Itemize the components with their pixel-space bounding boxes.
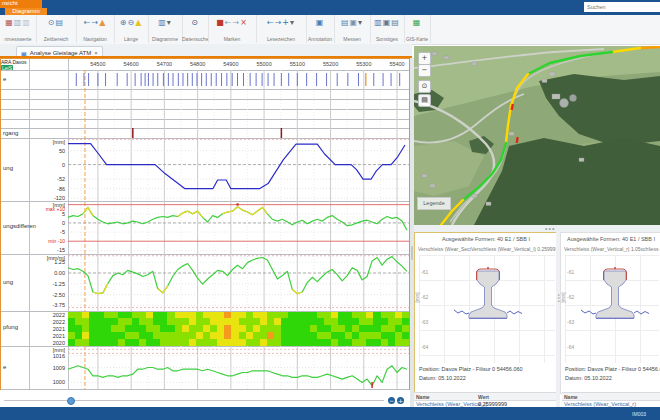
toolbar-icon[interactable]: ← [267,18,275,27]
toolbar-icon[interactable]: + [282,18,290,27]
toolbar-icon[interactable]: ▥ [374,18,383,27]
toolbar-icon[interactable]: ■ [216,18,225,27]
toolbar-icon[interactable]: ▣ [349,18,358,27]
toolbar-icon[interactable]: ▥ [14,18,23,27]
row-label: e [3,364,6,371]
toolbar-icon[interactable]: ▾ [358,18,363,27]
toolbar-group-label: GIS-Karte [404,36,430,42]
toolbar-group-navigation: ←→▲Navigation [76,15,115,43]
splitter-handle[interactable] [411,246,413,260]
search-input[interactable] [584,2,660,12]
layers-button[interactable]: ▤ [418,94,431,107]
gis-map[interactable]: Legende +−⊙▤ [414,46,660,225]
rail-profile-panel-right[interactable]: Ausgewählte Formen: 40 E1 / SBB I Versch… [560,232,660,394]
page: { "topbar": { "app_tab": "nsicht", "ribb… [0,0,660,420]
legend-button[interactable]: Legende [417,197,451,210]
profile-splitter[interactable]: ••• [556,232,560,407]
zoom-out-button[interactable]: − [388,397,395,404]
value-table-left: NameWertVerschleiss (Wear_Vertical_l)0.2… [414,392,556,407]
cant-difference-chart[interactable] [68,201,409,254]
row-label: ung [3,279,13,286]
profile-y-tick: -64 [567,344,574,350]
rail-profile-image [450,265,526,323]
rail-profile-panel-left[interactable]: Ausgewählte Formen: 40 E1 / SBB I Versch… [414,232,558,394]
toolbar-group-label: Diagramme [148,36,182,42]
x-axis-label: 54900 [216,61,246,68]
toolbar-icon[interactable]: ▦ [5,18,14,27]
axis-unit: [mm] [29,139,65,146]
value-table-right: NameVerschleiss (Wear_Vertical_r) [562,392,660,407]
profile-y-tick: -63 [567,319,574,325]
axis-tick-label: 1.25 [29,259,65,266]
toolbar-icon[interactable]: ⊙ [48,18,56,27]
profile-y-tick: -61 [421,269,428,275]
toolbar-icon[interactable]: ▾ [290,18,295,27]
app-menu-tab[interactable]: nsicht [0,0,42,8]
toolbar-icon[interactable]: ▾ [167,18,172,27]
toolbar-group-lesezeichen: ←→+▾Lesezeichen [256,15,307,43]
horizontal-splitter[interactable]: ••• [414,225,660,232]
data-series-exceed [158,286,168,293]
ribbon-tab-diagramm[interactable]: Diagramm [5,8,47,15]
toolbar-icon[interactable]: ▣ [316,18,325,27]
gauge-chart[interactable] [68,346,409,389]
x-axis-label: 55100 [282,61,312,68]
zoom-out-map-button[interactable]: − [418,64,431,77]
toolbar-icon[interactable]: ▤ [56,18,65,27]
profile-y-unit: [mm] [415,293,420,303]
toolbar-icon[interactable]: ▣ [383,18,392,27]
rail-profile-image [577,265,653,323]
axis-tick-label: -86 [29,186,65,193]
toolbar-icon[interactable]: → [232,18,240,27]
slider-track[interactable] [4,400,384,401]
toolbar-icon[interactable]: ▦ [413,18,422,27]
table-header-row: NameWert [414,392,556,401]
toolbar-group-lnge: ⊕⊖▲Länge [114,15,149,43]
axis-tick-label: -5 [29,229,65,236]
tamping-heatmap[interactable] [68,312,409,347]
row-label: pfung [3,324,18,331]
splitter-dots: ••• [545,226,555,231]
profile-y-tick: -64 [421,344,428,350]
toolbar-group-label: Annotation [306,36,334,42]
cant-chart[interactable] [68,138,409,201]
status-bar: IM003 [0,407,660,420]
chart-panel[interactable]: 5450054600547005480054900550005510055200… [0,58,410,390]
zoom-in-button[interactable]: + [397,397,404,404]
profile-datum: Datum: 05.10.2022 [419,375,466,382]
toolbar-icon[interactable]: ⊖ [127,18,135,27]
toolbar-icon[interactable]: → [91,18,99,27]
toolbar-group-sonstiges: ▥▣▤Sonstiges [370,15,405,43]
toolbar-icon[interactable]: ▤ [391,18,400,27]
peak-marker[interactable] [237,203,239,205]
toolbar-icon[interactable]: ⊙ [191,18,199,27]
column-header: Name [416,394,430,400]
slider-handle[interactable] [67,397,75,405]
toolbar-group-messen: ▤▣▾Messen [334,15,371,43]
history-button[interactable]: ⊙ [418,80,431,93]
toolbar-group-label: Marken [208,36,256,42]
limit-min-label: min -10 [29,238,65,244]
axis-tick-label: 1016 [29,353,65,360]
heatmap-year-label: 2022 [29,319,65,326]
gradient-chart[interactable] [68,254,409,311]
toolbar-icon[interactable]: ▥ [22,18,31,27]
toolbar-icon[interactable]: × [240,18,248,27]
toolbar-icon[interactable]: ▲ [135,18,142,27]
x-axis-label: 54800 [183,61,213,68]
toolbar-group-giskarte: ▦GIS-Karte [404,15,431,43]
axis-tick-label: -15 [29,247,65,254]
x-axis-label: 55300 [349,61,379,68]
data-series-exceed [93,283,108,293]
toolbar-group-label: Datensuche [182,36,208,42]
profile-y-tick: -62 [567,294,574,300]
axis-tick-label: -3.75 [29,302,65,309]
toolbar-icon[interactable]: ▥ [158,18,167,27]
data-series [68,207,407,230]
toolbar-icon[interactable]: ▲ [99,18,106,27]
heatmap-year-label: 2021 [29,333,65,340]
profile-header: Ausgewählte Formen: 40 E1 / SBB I [561,236,660,243]
toolbar-group-annotation: ▣Annotation [306,15,335,43]
profile-subtitle: Verschleiss (Wear_Vertical_r) 1.05 [564,246,641,252]
axis-tick-label: 0 [29,162,65,169]
